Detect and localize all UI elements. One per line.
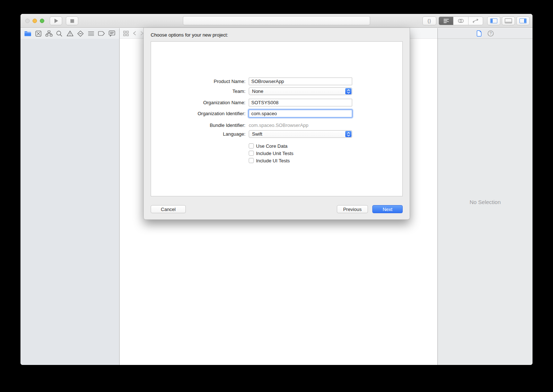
forward-chevron-icon[interactable] [140,31,143,35]
navigator-panel [20,28,120,365]
organization-name-input[interactable]: SOTSYS008 [249,99,352,106]
version-editor-icon [472,19,479,23]
file-inspector-icon[interactable] [477,30,482,37]
screen: {} [0,0,553,392]
include-unit-tests-label: Include Unit Tests [256,151,293,156]
minimize-traffic-light[interactable] [33,19,37,23]
include-unit-tests-checkbox[interactable]: Include Unit Tests [249,150,293,156]
language-popup[interactable]: Swift [249,130,352,138]
no-selection-label: No Selection [470,199,501,205]
run-icon [54,18,59,23]
standard-editor-icon [443,19,449,23]
find-navigator-icon[interactable] [55,30,64,38]
test-navigator-icon[interactable] [76,30,85,38]
breakpoint-navigator-icon[interactable] [97,30,106,38]
issue-navigator-icon[interactable] [65,30,74,38]
organization-identifier-row: Organization Identifier: com.spaceo [144,110,410,117]
organization-identifier-input[interactable]: com.spaceo [249,110,352,117]
use-core-data-checkbox[interactable]: Use Core Data [249,143,287,149]
braces-icon: {} [428,18,431,23]
sheet-title: Choose options for your new project: [151,32,228,38]
cancel-button[interactable]: Cancel [151,205,186,213]
source-control-navigator-icon[interactable] [34,30,43,38]
navigator-panel-toggle[interactable] [487,16,500,25]
navigator-content[interactable] [20,39,119,365]
xcode-window: {} [20,14,533,365]
organization-identifier-label: Organization Identifier: [144,111,245,116]
product-name-row: Product Name: SOBrowserApp [144,78,410,85]
inspector-panel-toggle-icon [519,18,527,23]
run-button[interactable] [50,16,62,25]
stop-icon [70,19,74,23]
version-editor-button[interactable] [469,17,483,25]
navigator-tab-bar [20,28,119,39]
close-traffic-light[interactable] [25,19,30,23]
new-project-options-sheet: Choose options for your new project: Pro… [143,28,410,220]
team-row: Team: None [144,87,410,95]
organization-name-label: Organization Name: [144,100,245,105]
include-ui-tests-checkbox[interactable]: Include UI Tests [249,158,290,163]
inspector-tab-bar: ? [438,28,533,39]
back-chevron-icon[interactable] [133,31,136,35]
product-name-value: SOBrowserApp [251,79,284,84]
standard-editor-button[interactable] [439,17,454,25]
debug-navigator-icon[interactable] [87,30,95,38]
project-navigator-icon[interactable] [23,30,32,38]
inspector-panel: ? No Selection [437,28,533,365]
popup-stepper-icon [345,131,351,137]
panel-toggle-group [487,16,530,25]
language-label: Language: [144,131,245,137]
related-items-icon[interactable] [123,31,129,36]
toolbar: {} [20,14,533,28]
product-name-input[interactable]: SOBrowserApp [249,78,352,85]
popup-stepper-icon [345,88,351,94]
report-navigator-icon[interactable] [108,30,116,38]
next-button[interactable]: Next [372,205,403,213]
svg-text:?: ? [490,31,492,35]
options-box [151,41,403,196]
checkbox-icon [249,143,254,148]
checkbox-icon [249,158,254,163]
team-popup[interactable]: None [249,87,352,95]
checkbox-icon [249,151,254,156]
debug-panel-toggle[interactable] [502,16,515,25]
editor-mode-segmented-control [439,16,483,25]
symbol-navigator-icon[interactable] [45,30,53,38]
assistant-editor-icon [458,19,464,23]
organization-identifier-value: com.spaceo [251,111,277,116]
code-snippet-button[interactable]: {} [422,16,436,25]
bundle-identifier-value: com.spaceo.SOBrowserApp [249,122,308,128]
inspector-panel-toggle[interactable] [516,16,530,25]
previous-button[interactable]: Previous [337,205,368,213]
organization-name-row: Organization Name: SOTSYS008 [144,99,410,106]
assistant-editor-button[interactable] [454,17,468,25]
bundle-identifier-label: Bundle Identifier: [144,122,245,128]
stop-button[interactable] [66,16,78,25]
product-name-label: Product Name: [144,79,245,84]
quick-help-icon[interactable]: ? [488,30,494,37]
team-label: Team: [144,88,245,94]
bundle-identifier-row: Bundle Identifier: com.spaceo.SOBrowserA… [144,121,410,129]
organization-name-value: SOTSYS008 [251,100,278,105]
zoom-traffic-light[interactable] [40,19,44,23]
use-core-data-label: Use Core Data [256,143,287,149]
activity-viewer [183,16,370,25]
team-value: None [252,88,263,94]
language-value: Swift [252,131,262,137]
debug-panel-toggle-icon [505,18,512,23]
include-ui-tests-label: Include UI Tests [256,158,290,163]
inspector-content: No Selection [438,39,533,365]
navigator-panel-toggle-icon [490,18,497,23]
language-row: Language: Swift [144,130,410,138]
